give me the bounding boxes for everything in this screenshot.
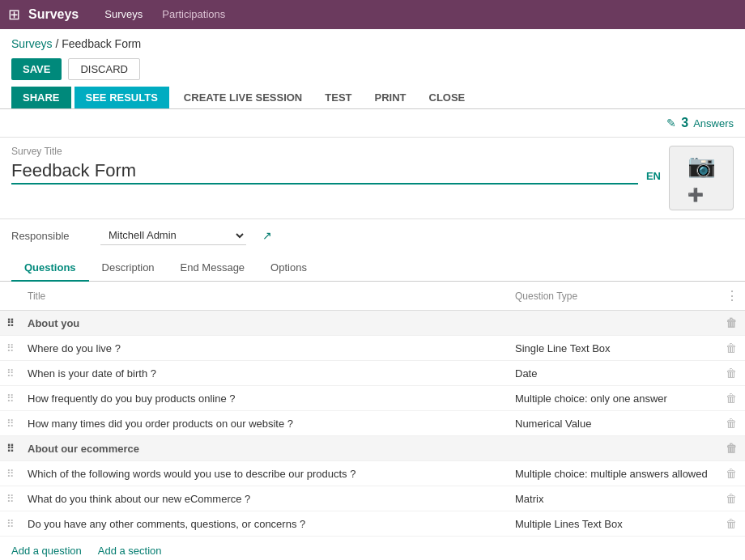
- table-header: Title Question Type ⋮: [0, 282, 745, 311]
- drag-handle[interactable]: ⠿: [0, 461, 21, 486]
- drag-handle[interactable]: ⠿: [0, 436, 21, 461]
- responsible-select[interactable]: Mitchell Admin: [100, 226, 246, 245]
- delete-icon[interactable]: 🗑: [726, 417, 737, 430]
- delete-cell: 🗑: [719, 511, 745, 537]
- question-title: Where do you live ?: [21, 336, 509, 361]
- question-title: What do you think about our new eCommerc…: [21, 486, 509, 511]
- question-type: Matrix: [509, 486, 719, 511]
- action-bar-2: SHARE SEE RESULTS CREATE LIVE SESSION TE…: [0, 87, 745, 109]
- top-navigation: ⊞ Surveys Surveys Participations: [0, 0, 745, 29]
- discard-button[interactable]: DISCARD: [68, 58, 140, 80]
- column-options-icon[interactable]: ⋮: [726, 289, 739, 303]
- answers-bar: ✎ 3 Answers: [0, 109, 745, 138]
- delete-cell: 🗑: [719, 361, 745, 386]
- drag-handle[interactable]: ⠿: [0, 361, 21, 386]
- add-section-link[interactable]: Add a section: [98, 545, 162, 557]
- survey-image-box[interactable]: 📷➕: [669, 146, 734, 210]
- questions-table: Title Question Type ⋮ ⠿ About you 🗑 ⠿ Wh…: [0, 282, 745, 537]
- question-type: Multiple choice: only one answer: [509, 386, 719, 411]
- delete-icon[interactable]: 🗑: [726, 367, 737, 380]
- close-button[interactable]: CLOSE: [418, 87, 477, 108]
- drag-handle[interactable]: ⠿: [0, 511, 21, 537]
- table-row: ⠿ Where do you live ? Single Line Text B…: [0, 336, 745, 361]
- test-button[interactable]: TEST: [313, 87, 363, 108]
- section-title: About our ecommerce: [21, 436, 719, 461]
- nav-participations[interactable]: Participations: [152, 0, 235, 29]
- delete-cell: 🗑: [719, 386, 745, 411]
- question-type: Multiple choice: multiple answers allowe…: [509, 461, 719, 486]
- delete-cell: 🗑: [719, 486, 745, 511]
- add-question-link[interactable]: Add a question: [11, 545, 82, 557]
- delete-cell: 🗑: [719, 311, 745, 336]
- delete-icon[interactable]: 🗑: [726, 492, 737, 505]
- responsible-section: Responsible Mitchell Admin ↗: [0, 219, 745, 255]
- delete-icon[interactable]: 🗑: [726, 467, 737, 480]
- table-row: ⠿ What do you think about our new eComme…: [0, 486, 745, 511]
- question-type: Multiple Lines Text Box: [509, 511, 719, 537]
- app-title: Surveys: [28, 7, 79, 22]
- drag-handle[interactable]: ⠿: [0, 486, 21, 511]
- table-row: ⠿ About our ecommerce 🗑: [0, 436, 745, 461]
- drag-handle[interactable]: ⠿: [0, 336, 21, 361]
- create-live-session-button[interactable]: CREATE LIVE SESSION: [172, 87, 313, 108]
- see-results-button[interactable]: SEE RESULTS: [74, 87, 169, 108]
- camera-icon: 📷➕: [688, 152, 716, 205]
- table-row: ⠿ About you 🗑: [0, 311, 745, 336]
- nav-surveys[interactable]: Surveys: [95, 0, 152, 29]
- question-type: Single Line Text Box: [509, 336, 719, 361]
- table-row: ⠿ When is your date of birth ? Date 🗑: [0, 361, 745, 386]
- table-row: ⠿ How frequently do you buy products onl…: [0, 386, 745, 411]
- tab-end-message[interactable]: End Message: [168, 255, 258, 282]
- responsible-label: Responsible: [11, 230, 84, 242]
- survey-title-left: Survey Title: [11, 146, 638, 185]
- language-badge[interactable]: EN: [646, 170, 661, 182]
- survey-title-section: Survey Title EN 📷➕: [0, 138, 745, 219]
- question-type: Numerical Value: [509, 411, 719, 436]
- drag-handle[interactable]: ⠿: [0, 411, 21, 436]
- question-type: Date: [509, 361, 719, 386]
- app-grid-icon[interactable]: ⊞: [8, 6, 20, 23]
- add-links: Add a question Add a section: [0, 537, 745, 560]
- th-actions: ⋮: [719, 282, 745, 311]
- question-title: How many times did you order products on…: [21, 411, 509, 436]
- th-title: Title: [21, 282, 509, 311]
- tab-description[interactable]: Description: [89, 255, 168, 282]
- survey-title-input[interactable]: [11, 160, 638, 185]
- drag-handle[interactable]: ⠿: [0, 386, 21, 411]
- survey-title-label: Survey Title: [11, 146, 638, 157]
- delete-icon[interactable]: 🗑: [726, 442, 737, 455]
- drag-handle[interactable]: ⠿: [0, 311, 21, 336]
- delete-icon[interactable]: 🗑: [726, 392, 737, 405]
- edit-icon: ✎: [666, 117, 676, 129]
- external-link-icon[interactable]: ↗: [262, 229, 272, 242]
- answers-count: 3: [681, 116, 688, 130]
- save-button[interactable]: SAVE: [11, 58, 62, 80]
- breadcrumb-current: Feedback Form: [62, 37, 141, 50]
- action-bar-1: SAVE DISCARD: [0, 58, 745, 87]
- share-button[interactable]: SHARE: [11, 87, 71, 108]
- question-title: When is your date of birth ?: [21, 361, 509, 386]
- tab-questions[interactable]: Questions: [11, 255, 89, 282]
- delete-cell: 🗑: [719, 436, 745, 461]
- table-row: ⠿ Which of the following words would you…: [0, 461, 745, 486]
- breadcrumb: Surveys / Feedback Form: [0, 29, 745, 58]
- delete-icon[interactable]: 🗑: [726, 316, 737, 329]
- tabs-bar: Questions Description End Message Option…: [0, 255, 745, 282]
- tab-options[interactable]: Options: [258, 255, 320, 282]
- th-question-type: Question Type: [509, 282, 719, 311]
- th-drag: [0, 282, 21, 311]
- answers-badge[interactable]: ✎ 3 Answers: [666, 116, 734, 130]
- question-title: How frequently do you buy products onlin…: [21, 386, 509, 411]
- delete-icon[interactable]: 🗑: [726, 517, 737, 530]
- delete-cell: 🗑: [719, 411, 745, 436]
- answers-label: Answers: [693, 117, 734, 129]
- delete-icon[interactable]: 🗑: [726, 342, 737, 354]
- delete-cell: 🗑: [719, 336, 745, 361]
- table-row: ⠿ How many times did you order products …: [0, 411, 745, 436]
- question-title: Do you have any other comments, question…: [21, 511, 509, 537]
- questions-tbody: ⠿ About you 🗑 ⠿ Where do you live ? Sing…: [0, 311, 745, 537]
- question-title: Which of the following words would you u…: [21, 461, 509, 486]
- section-title: About you: [21, 311, 719, 336]
- breadcrumb-parent[interactable]: Surveys: [11, 37, 53, 50]
- print-button[interactable]: PRINT: [364, 87, 418, 108]
